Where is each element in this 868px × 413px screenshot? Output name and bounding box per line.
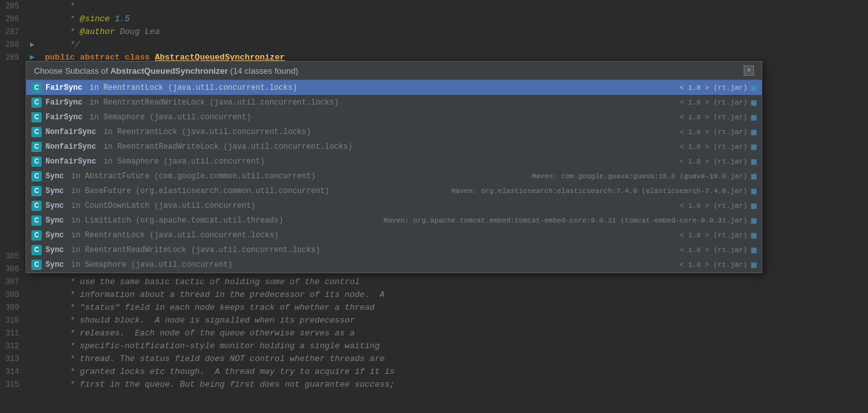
dialog-list[interactable]: C FairSync in ReentrantLock (java.util.c… [26, 80, 762, 273]
item-right-1: < 1.8 > (rt.jar) ▦ [680, 97, 757, 108]
item-context-11: in ReentrantReadWriteLock (java.util.con… [67, 246, 320, 255]
item-right-10: < 1.8 > (rt.jar) ▦ [680, 230, 757, 240]
bar-chart-icon-3: ▦ [751, 126, 757, 137]
item-name-2: FairSync [45, 113, 83, 122]
class-icon-0: C [31, 83, 42, 93]
item-source-5: < 1.8 > (rt.jar) [680, 158, 748, 165]
list-item-0[interactable]: C FairSync in ReentrantLock (java.util.c… [26, 80, 762, 95]
class-icon-9: C [31, 215, 42, 226]
item-source-12: < 1.8 > (rt.jar) [680, 261, 748, 269]
line-content-314: * granted locks etc though. A thread may… [38, 366, 868, 378]
item-source-2: < 1.8 > (rt.jar) [680, 114, 748, 121]
item-right-12: < 1.8 > (rt.jar) ▦ [680, 259, 757, 270]
list-item-7[interactable]: C Sync in BaseFuture (org.elasticsearch.… [26, 183, 762, 198]
item-context-6: in AbstractFuture (com.google.common.uti… [67, 172, 316, 181]
item-right-9: Maven: org.apache.tomcat.embed:tomcat-em… [384, 215, 757, 226]
line-content-311: * releases. Each node of the queue other… [38, 327, 868, 340]
item-context-10: in ReentrantLock (java.util.concurrent.l… [67, 231, 279, 240]
bar-chart-icon-2: ▦ [751, 112, 757, 122]
item-context-7: in BaseFuture (org.elasticsearch.common.… [67, 187, 329, 196]
line-number-309: 309 [0, 301, 26, 314]
bar-chart-icon-8: ▦ [751, 200, 757, 211]
code-line-310: 310 * should block. A node is signalled … [0, 314, 868, 327]
item-context-4: in ReentrantReadWriteLock (java.util.con… [99, 142, 352, 151]
item-name-8: Sync [45, 201, 64, 210]
list-item-4[interactable]: C NonfairSync in ReentrantReadWriteLock … [26, 139, 762, 154]
line-content-285: * [38, 0, 868, 13]
line-content-309: * "status" field in each node keeps trac… [38, 301, 868, 314]
item-source-10: < 1.8 > (rt.jar) [680, 232, 748, 239]
code-area: 285 * 286 * @since 1.5 287 * @author Dou… [0, 0, 868, 413]
bar-chart-icon-10: ▦ [751, 230, 757, 240]
list-item-5[interactable]: C NonfairSync in Semaphore (java.util.co… [26, 154, 762, 169]
code-line-285: 285 * [0, 0, 868, 13]
line-number-313: 313 [0, 353, 26, 366]
line-content-312: * specific-notification-style monitor ho… [38, 340, 868, 353]
code-line-314: 314 * granted locks etc though. A thread… [0, 366, 868, 378]
class-icon-1: C [31, 97, 42, 108]
class-icon-6: C [31, 171, 42, 181]
item-context-2: in Semaphore (java.util.concurrent) [85, 113, 251, 122]
list-item-8[interactable]: C Sync in CountDownLatch (java.util.conc… [26, 198, 762, 213]
item-right-11: < 1.8 > (rt.jar) ▦ [680, 244, 757, 255]
line-number-312: 312 [0, 340, 26, 353]
line-number-315: 315 [0, 378, 26, 391]
line-content-287: * @author Doug Lea [38, 26, 868, 38]
line-number-311: 311 [0, 327, 26, 340]
list-item-12[interactable]: C Sync in Semaphore (java.util.concurren… [26, 257, 762, 272]
line-content-310: * should block. A node is signalled when… [38, 314, 868, 327]
line-number-314: 314 [0, 366, 26, 378]
subclass-chooser-dialog[interactable]: Choose Subclass of AbstractQueuedSynchro… [26, 61, 762, 273]
item-right-2: < 1.8 > (rt.jar) ▦ [680, 112, 757, 122]
dialog-title: Choose Subclass of AbstractQueuedSynchro… [34, 66, 299, 76]
line-number-307: 307 [0, 276, 26, 289]
item-source-3: < 1.8 > (rt.jar) [680, 128, 748, 136]
item-context-1: in ReentrantReadWriteLock (java.util.con… [85, 98, 339, 107]
item-context-8: in CountDownLatch (java.util.concurrent) [67, 201, 256, 210]
code-line-308: 308 * information about a thread in the … [0, 289, 868, 301]
class-icon-5: C [31, 156, 42, 167]
item-context-5: in Semaphore (java.util.concurrent) [99, 157, 265, 166]
list-item-3[interactable]: C NonfairSync in ReentrantLock (java.uti… [26, 124, 762, 139]
item-context-12: in Semaphore (java.util.concurrent) [67, 260, 233, 269]
item-context-0: in ReentrantLock (java.util.concurrent.l… [85, 83, 297, 92]
list-item-6[interactable]: C Sync in AbstractFuture (com.google.com… [26, 169, 762, 183]
editor-container: 285 * 286 * @since 1.5 287 * @author Dou… [0, 0, 868, 413]
dialog-title-prefix: Choose Subclass of [34, 66, 110, 76]
bar-chart-icon-1: ▦ [751, 97, 757, 108]
list-item-11[interactable]: C Sync in ReentrantReadWriteLock (java.u… [26, 242, 762, 257]
list-item-2[interactable]: C FairSync in Semaphore (java.util.concu… [26, 110, 762, 124]
bar-chart-icon-4: ▦ [751, 141, 757, 152]
line-number-306: 306 [0, 263, 26, 276]
line-number-305: 305 [0, 250, 26, 263]
code-line-313: 313 * thread. The status field does NOT … [0, 353, 868, 366]
item-right-0: < 1.8 > (rt.jar) ▦ [680, 82, 757, 93]
item-name-11: Sync [45, 246, 64, 255]
item-source-11: < 1.8 > (rt.jar) [680, 246, 748, 254]
item-name-9: Sync [45, 216, 64, 225]
line-content-286: * @since 1.5 [38, 13, 868, 26]
list-item-1[interactable]: C FairSync in ReentrantReadWriteLock (ja… [26, 95, 762, 110]
list-item-10[interactable]: C Sync in ReentrantLock (java.util.concu… [26, 228, 762, 242]
class-icon-2: C [31, 112, 42, 122]
dialog-close-button[interactable]: × [744, 65, 754, 76]
line-content-307: * use the same basic tactic of holding s… [38, 276, 868, 289]
code-line-307: 307 * use the same basic tactic of holdi… [0, 276, 868, 289]
class-icon-8: C [31, 201, 42, 211]
line-number-308: 308 [0, 289, 26, 301]
item-right-4: < 1.8 > (rt.jar) ▦ [680, 141, 757, 152]
list-item-13[interactable]: C Worker in ThreadPoolExecutor (java.uti… [26, 272, 762, 273]
code-line-287: 287 * @author Doug Lea [0, 26, 868, 38]
item-context-9: in LimitLatch (org.apache.tomcat.util.th… [67, 216, 283, 225]
class-icon-3: C [31, 127, 42, 137]
item-name-12: Sync [45, 260, 64, 269]
item-source-6: Maven: com.google.guava:guava:18.0 (guav… [532, 173, 748, 180]
gutter-288: ► [26, 38, 38, 51]
code-line-312: 312 * specific-notification-style monito… [0, 340, 868, 353]
bar-chart-icon-7: ▦ [751, 185, 757, 196]
line-content-288: */ [38, 38, 868, 51]
item-name-0: FairSync [45, 83, 83, 92]
code-line-309: 309 * "status" field in each node keeps … [0, 301, 868, 314]
line-content-308: * information about a thread in the pred… [38, 289, 868, 301]
list-item-9[interactable]: C Sync in LimitLatch (org.apache.tomcat.… [26, 213, 762, 228]
